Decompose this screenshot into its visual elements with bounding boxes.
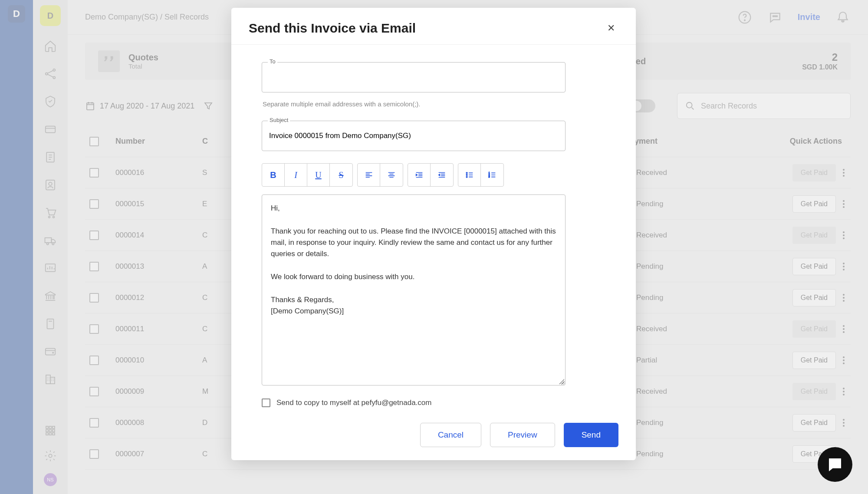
- send-email-modal: Send this Invoice via Email ✕ To Separat…: [231, 8, 636, 460]
- align-center-button[interactable]: [380, 164, 403, 186]
- bold-button[interactable]: B: [262, 164, 285, 186]
- subject-field-wrap: Subject: [262, 121, 605, 151]
- copy-label: Send to copy to myself at pefyfu@getnada…: [276, 398, 431, 407]
- to-field-wrap: To: [262, 62, 605, 92]
- close-icon[interactable]: ✕: [604, 21, 618, 36]
- bullet-list-button[interactable]: [458, 164, 481, 186]
- preview-button[interactable]: Preview: [490, 423, 555, 447]
- subject-input[interactable]: [262, 121, 566, 151]
- svg-point-35: [466, 172, 467, 174]
- numbered-list-button[interactable]: 123: [481, 164, 503, 186]
- cancel-button[interactable]: Cancel: [420, 423, 481, 447]
- intercom-launcher[interactable]: [818, 447, 852, 482]
- to-hint: Separate multiple email addresses with a…: [263, 100, 605, 108]
- subject-label: Subject: [268, 117, 290, 123]
- underline-button[interactable]: U: [307, 164, 330, 186]
- send-button[interactable]: Send: [564, 423, 618, 447]
- outdent-button[interactable]: [431, 164, 453, 186]
- modal-footer: Cancel Preview Send: [231, 414, 636, 447]
- to-label: To: [268, 58, 277, 65]
- email-body-editor[interactable]: Hi, Thank you for reaching out to us. Pl…: [262, 194, 566, 385]
- indent-button[interactable]: [408, 164, 431, 186]
- svg-text:3: 3: [489, 175, 490, 178]
- svg-point-37: [466, 176, 467, 178]
- svg-point-36: [466, 175, 467, 176]
- to-input[interactable]: [262, 62, 566, 92]
- italic-button[interactable]: I: [285, 164, 307, 186]
- copy-checkbox[interactable]: [262, 398, 270, 407]
- modal-title: Send this Invoice via Email: [249, 21, 416, 36]
- editor-toolbar: B I U S 123: [262, 163, 605, 187]
- copy-to-self-row[interactable]: Send to copy to myself at pefyfu@getnada…: [262, 398, 605, 407]
- strikethrough-button[interactable]: S: [330, 164, 352, 186]
- align-left-button[interactable]: [358, 164, 380, 186]
